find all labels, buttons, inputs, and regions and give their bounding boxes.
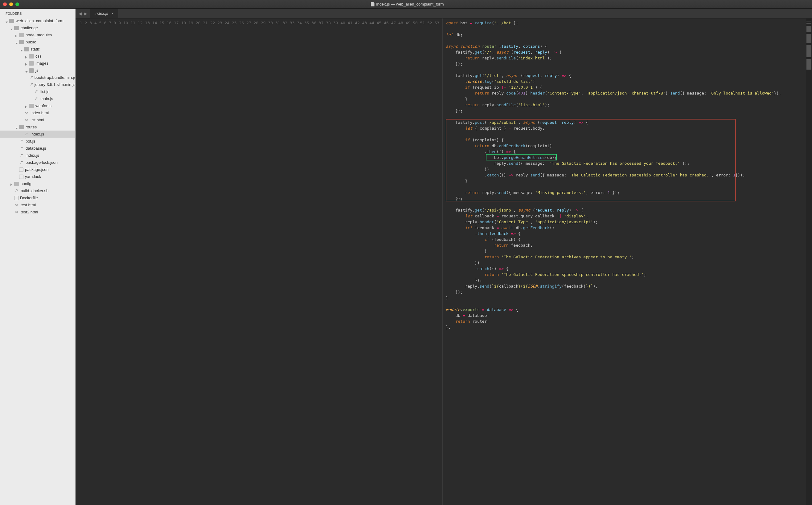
spacer-icon <box>10 211 14 214</box>
spacer-icon <box>20 133 23 136</box>
js-icon <box>24 132 29 136</box>
tree-item-jquery-3-5-1-slim-min-js[interactable]: jquery-3.5.1.slim.min.js <box>0 81 75 88</box>
tree-item-label: yarn.lock <box>25 174 41 179</box>
tree-item-label: js <box>35 68 38 73</box>
tree-item-index-js[interactable]: index.js <box>0 152 75 159</box>
disclosure-down-icon[interactable] <box>15 126 18 129</box>
minimize-button[interactable] <box>9 2 13 6</box>
maximize-button[interactable] <box>15 2 19 6</box>
document-icon <box>371 2 374 6</box>
tree-item-challenge[interactable]: challenge <box>0 24 75 31</box>
disclosure-right-icon[interactable] <box>15 33 18 37</box>
line-number-gutter: 1 2 3 4 5 6 7 8 9 10 11 12 13 14 15 16 1… <box>76 18 443 505</box>
disclosure-right-icon[interactable] <box>10 182 14 185</box>
tree-item-bootstrap-bundle-min-js[interactable]: bootstrap.bundle.min.js <box>0 74 75 81</box>
code-content[interactable]: const bot = require('../bot'); let db; a… <box>443 18 806 505</box>
tree-item-package-json[interactable]: package.json <box>0 166 75 173</box>
tab-index-js[interactable]: index.js × <box>90 9 118 18</box>
tab-next-icon[interactable]: ▶ <box>83 10 88 17</box>
disclosure-down-icon[interactable] <box>20 48 23 51</box>
close-button[interactable] <box>3 2 7 6</box>
tree-item-web-alien-complaint-form[interactable]: web_alien_complaint_form <box>0 17 75 24</box>
tree-item-label: routes <box>26 125 37 129</box>
disclosure-down-icon[interactable] <box>6 19 9 22</box>
tree-item-public[interactable]: public <box>0 38 75 45</box>
tree-item-test-html[interactable]: test.html <box>0 201 75 208</box>
folder-icon <box>29 61 34 65</box>
js-icon <box>14 189 19 193</box>
tree-item-yarn-lock[interactable]: yarn.lock <box>0 173 75 180</box>
spacer-icon <box>10 196 14 199</box>
tree-item-label: package-lock.json <box>26 160 57 165</box>
tree-item-label: public <box>26 40 36 44</box>
tree-item-label: build_docker.sh <box>21 188 48 193</box>
json-icon <box>14 196 18 200</box>
window-controls <box>3 2 19 6</box>
tree-item-database-js[interactable]: database.js <box>0 145 75 152</box>
tree-item-list-html[interactable]: list.html <box>0 116 75 124</box>
tree-item-routes[interactable]: routes <box>0 124 75 131</box>
tree-item-build-docker-sh[interactable]: build_docker.sh <box>0 187 75 194</box>
folder-icon <box>14 182 19 186</box>
tree-item-label: bootstrap.bundle.min.js <box>34 75 75 80</box>
html-icon <box>14 203 19 207</box>
folder-open-icon <box>14 26 19 30</box>
highlight-red-box <box>446 119 735 201</box>
disclosure-right-icon[interactable] <box>25 62 28 65</box>
tree-item-main-js[interactable]: main.js <box>0 95 75 102</box>
tree-item-images[interactable]: images <box>0 60 75 67</box>
tab-prev-icon[interactable]: ◀ <box>78 10 83 17</box>
disclosure-right-icon[interactable] <box>25 55 28 58</box>
main-area: FOLDERS web_alien_complaint_formchalleng… <box>0 9 812 505</box>
js-icon <box>34 97 39 101</box>
tree-item-css[interactable]: css <box>0 53 75 60</box>
tab-nav-arrows: ◀ ▶ <box>76 9 90 18</box>
js-icon <box>31 75 33 80</box>
tree-item-static[interactable]: static <box>0 45 75 53</box>
disclosure-down-icon[interactable] <box>25 69 28 72</box>
spacer-icon <box>15 168 18 171</box>
html-icon <box>24 111 29 115</box>
tree-item-label: bot.js <box>26 139 35 144</box>
tree-item-index-js[interactable]: index.js <box>0 131 75 138</box>
js-icon <box>19 160 24 165</box>
json-icon <box>19 175 23 179</box>
disclosure-right-icon[interactable] <box>25 105 28 108</box>
spacer-icon <box>15 140 18 143</box>
tree-item-index-html[interactable]: index.html <box>0 109 75 116</box>
tree-item-package-lock-json[interactable]: package-lock.json <box>0 159 75 166</box>
tree-item-node-modules[interactable]: node_modules <box>0 31 75 38</box>
folder-open-icon <box>29 68 34 73</box>
tree-item-label: package.json <box>25 167 49 172</box>
folder-icon <box>19 33 24 37</box>
tree-item-js[interactable]: js <box>0 67 75 74</box>
sidebar[interactable]: FOLDERS web_alien_complaint_formchalleng… <box>0 9 76 505</box>
tree-item-dockerfile[interactable]: Dockerfile <box>0 194 75 201</box>
folder-icon <box>29 54 34 58</box>
spacer-icon <box>30 97 33 101</box>
spacer-icon <box>10 203 14 207</box>
tree-item-list-js[interactable]: list.js <box>0 88 75 95</box>
tree-item-label: Dockerfile <box>20 195 38 200</box>
tree-item-config[interactable]: config <box>0 180 75 187</box>
window-title: index.js — web_alien_complaint_form <box>19 2 795 6</box>
tree-item-webfonts[interactable]: webfonts <box>0 102 75 109</box>
tree-item-label: node_modules <box>26 33 52 37</box>
folder-tree[interactable]: web_alien_complaint_formchallengenode_mo… <box>0 17 75 215</box>
tree-item-label: list.html <box>30 118 44 122</box>
code-editor[interactable]: 1 2 3 4 5 6 7 8 9 10 11 12 13 14 15 16 1… <box>76 18 812 505</box>
minimap[interactable] <box>806 18 812 505</box>
tree-item-label: test.html <box>21 203 36 207</box>
spacer-icon <box>15 175 18 178</box>
tree-item-label: index.js <box>30 132 44 136</box>
disclosure-down-icon[interactable] <box>15 41 18 44</box>
tree-item-bot-js[interactable]: bot.js <box>0 138 75 145</box>
close-icon[interactable]: × <box>111 11 114 16</box>
spacer-icon <box>20 112 23 115</box>
spacer-icon <box>30 90 33 93</box>
tree-item-label: index.js <box>26 153 39 158</box>
tree-item-label: jquery-3.5.1.slim.min.js <box>34 82 75 87</box>
tree-item-test2-html[interactable]: test2.html <box>0 208 75 215</box>
spacer-icon <box>15 154 18 157</box>
disclosure-down-icon[interactable] <box>10 26 14 30</box>
